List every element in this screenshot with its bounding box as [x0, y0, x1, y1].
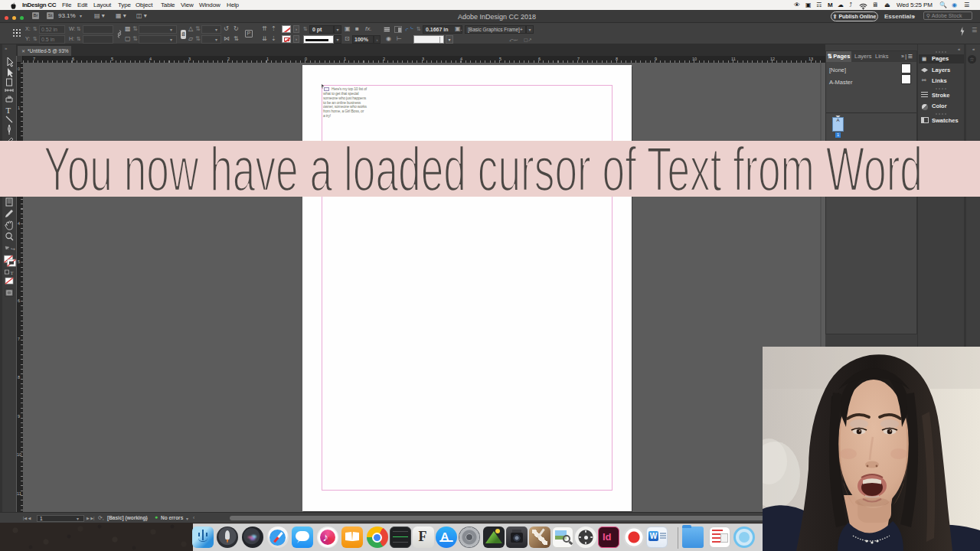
svg-text:You now have a loaded cursor o: You now have a loaded cursor of Text fro…: [44, 141, 923, 197]
svg-text:»: »: [5, 46, 8, 51]
svg-text:↪: ↪: [11, 246, 15, 252]
svg-text:T: T: [6, 106, 11, 115]
svg-text:T: T: [11, 270, 14, 276]
